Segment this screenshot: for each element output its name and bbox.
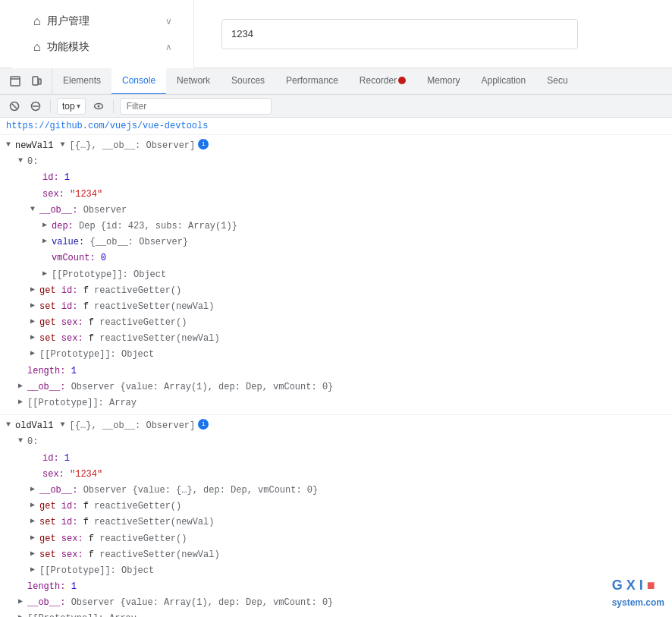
newval-proto2-row: [[Prototype]]: Object bbox=[6, 347, 666, 363]
newval-proto1-arrow[interactable] bbox=[42, 268, 50, 280]
watermark-text3: system.com bbox=[612, 597, 664, 608]
oldval-length-key: length: bbox=[27, 580, 65, 594]
newval-setsex-name: reactiveSetter(newVal) bbox=[94, 332, 220, 346]
toolbar-divider-2 bbox=[113, 99, 114, 113]
arrow-up-icon: ∧ bbox=[165, 42, 172, 52]
oldval-ob-outer-key: __ob__: bbox=[27, 596, 65, 610]
newval-sex-key: sex: bbox=[42, 187, 64, 202]
newval-value-arrow[interactable] bbox=[42, 235, 50, 247]
tab-recorder-label: Recorder bbox=[360, 75, 397, 86]
tab-memory[interactable]: Memory bbox=[416, 68, 470, 95]
tab-network-label: Network bbox=[177, 75, 210, 86]
oldval-collapse-arrow[interactable] bbox=[6, 419, 14, 431]
oldval-getid-name: reactiveGetter() bbox=[89, 499, 181, 514]
newval-ob-row: __ob__: Observer bbox=[6, 203, 666, 219]
oldval-ob-outer-val: Observer {value: Array(1), dep: Dep, vmC… bbox=[71, 596, 334, 610]
tab-memory-label: Memory bbox=[427, 75, 460, 86]
newval-id-row: id: 1 bbox=[6, 170, 666, 186]
oldval-setsex-name: reactiveSetter(newVal) bbox=[94, 548, 220, 562]
newval-proto-array-arrow[interactable] bbox=[18, 396, 26, 408]
newval-info-icon[interactable]: i bbox=[198, 139, 209, 150]
oldval-section: oldVal1 [{…}, __ob__: Observer] i 0: id:… bbox=[0, 415, 672, 617]
oldval-ob-inner-arrow[interactable] bbox=[30, 483, 38, 496]
newval-id-key: id: bbox=[42, 171, 59, 185]
newval-vmcount-row: vmCount: 0 bbox=[6, 250, 666, 266]
oldval-ob-outer-arrow[interactable] bbox=[18, 596, 26, 608]
newval-get-keyword: get bbox=[39, 284, 56, 298]
newval-getid-arrow[interactable] bbox=[30, 284, 38, 296]
devtools-tabs-bar: Elements Console Network Sources Perform… bbox=[0, 68, 672, 95]
tab-elements[interactable]: Elements bbox=[52, 68, 111, 95]
dropdown-arrow-icon: ▾ bbox=[77, 102, 80, 110]
newval-inner-arrow[interactable] bbox=[61, 139, 68, 151]
inspect-element-btn[interactable] bbox=[6, 72, 24, 90]
oldval-sex-row: sex: "1234" bbox=[6, 467, 666, 483]
clear-console-btn[interactable] bbox=[6, 98, 23, 115]
block-icon-btn[interactable] bbox=[27, 98, 44, 115]
oldval-id-row: id: 1 bbox=[6, 451, 666, 467]
oldval-0-arrow[interactable] bbox=[18, 435, 26, 447]
newval-setsex-arrow[interactable] bbox=[30, 332, 38, 344]
newval-ob-outer-val: Observer {value: Array(1), dep: Dep, vmC… bbox=[71, 380, 334, 395]
newval-collapse-arrow[interactable] bbox=[6, 139, 14, 151]
newval-getid-f: f bbox=[83, 284, 89, 298]
oldval-getsex-key: sex: bbox=[61, 532, 83, 546]
newval-ob-key: __ob__: bbox=[39, 203, 77, 218]
newval-dep-val: Dep {id: 423, subs: Array(1)} bbox=[79, 219, 237, 234]
tab-security[interactable]: Secu bbox=[536, 68, 578, 95]
newval-set-sex-keyword: set bbox=[39, 332, 56, 346]
oldval-setid-arrow[interactable] bbox=[30, 515, 38, 527]
sidebar: ⌂ 用户管理 ∨ ⌂ 功能模块 ∧ bbox=[12, 0, 194, 68]
newval-setid-name: reactiveSetter(newVal) bbox=[89, 300, 215, 314]
newval-length-row: length: 1 bbox=[6, 364, 666, 379]
newval-dep-arrow[interactable] bbox=[42, 219, 50, 231]
oldval-getsex-arrow[interactable] bbox=[30, 532, 38, 544]
oldval-proto-array-arrow[interactable] bbox=[18, 612, 26, 617]
oldval-proto-arrow[interactable] bbox=[30, 564, 38, 576]
oldval-ob-inner-row: __ob__: Observer {value: {…}, dep: Dep, … bbox=[6, 483, 666, 499]
oldval-setsex-arrow[interactable] bbox=[30, 548, 38, 560]
tab-console-label: Console bbox=[122, 75, 155, 86]
newval-getsex-row: get sex: f reactiveGetter() bbox=[6, 315, 666, 331]
main-input[interactable] bbox=[221, 19, 578, 49]
newval-value-row: value: {__ob__: Observer} bbox=[6, 235, 666, 250]
tab-recorder[interactable]: Recorder bbox=[349, 68, 416, 95]
tab-sources[interactable]: Sources bbox=[221, 68, 275, 95]
tab-network[interactable]: Network bbox=[166, 68, 221, 95]
watermark-square-icon: ■ bbox=[647, 578, 655, 593]
oldval-inner-arrow[interactable] bbox=[61, 419, 68, 431]
newval-proto2-arrow[interactable] bbox=[30, 348, 38, 360]
oldval-info-icon[interactable]: i bbox=[198, 419, 209, 430]
tab-performance[interactable]: Performance bbox=[275, 68, 349, 95]
sidebar-item-user-management[interactable]: ⌂ 用户管理 ∨ bbox=[24, 8, 181, 34]
newval-getid-row: get id: f reactiveGetter() bbox=[6, 283, 666, 299]
sidebar-item-feature-module[interactable]: ⌂ 功能模块 ∧ bbox=[24, 34, 181, 60]
oldval-length-val: 1 bbox=[71, 580, 77, 594]
oldval-setsex-f: f bbox=[89, 548, 94, 562]
newval-getsex-key: sex: bbox=[61, 316, 83, 330]
newval-0-arrow[interactable] bbox=[18, 155, 26, 167]
eye-icon-btn[interactable] bbox=[90, 98, 107, 115]
devtools-icon-buttons bbox=[0, 68, 52, 95]
oldval-proto-label: [[Prototype]]: Object bbox=[39, 564, 154, 578]
newval-setid-arrow[interactable] bbox=[30, 300, 38, 312]
newval-ob-arrow[interactable] bbox=[30, 203, 38, 216]
oldval-getid-arrow[interactable] bbox=[30, 499, 38, 512]
newval-set-keyword: set bbox=[39, 300, 56, 314]
oldval-getid-f: f bbox=[83, 499, 89, 514]
newval-ob-label: Observer bbox=[83, 203, 127, 218]
tab-console[interactable]: Console bbox=[111, 68, 166, 95]
tab-application[interactable]: Application bbox=[471, 68, 537, 95]
tab-application-label: Application bbox=[482, 75, 526, 86]
newval-getsex-f: f bbox=[89, 316, 94, 330]
filter-input[interactable] bbox=[120, 98, 272, 115]
device-toolbar-btn[interactable] bbox=[27, 72, 46, 90]
oldval-getsex-row: get sex: f reactiveGetter() bbox=[6, 531, 666, 547]
newval-getsex-arrow[interactable] bbox=[30, 316, 38, 328]
vue-devtools-link[interactable]: https://github.com/vuejs/vue-devtools bbox=[0, 118, 672, 135]
sidebar-label-feature-module: 功能模块 bbox=[47, 40, 89, 54]
top-context-dropdown[interactable]: top ▾ bbox=[57, 98, 86, 115]
newval-setid-row: set id: f reactiveSetter(newVal) bbox=[6, 299, 666, 315]
newval-getsex-name: reactiveGetter() bbox=[94, 316, 187, 330]
newval-ob-outer-arrow[interactable] bbox=[18, 380, 26, 392]
